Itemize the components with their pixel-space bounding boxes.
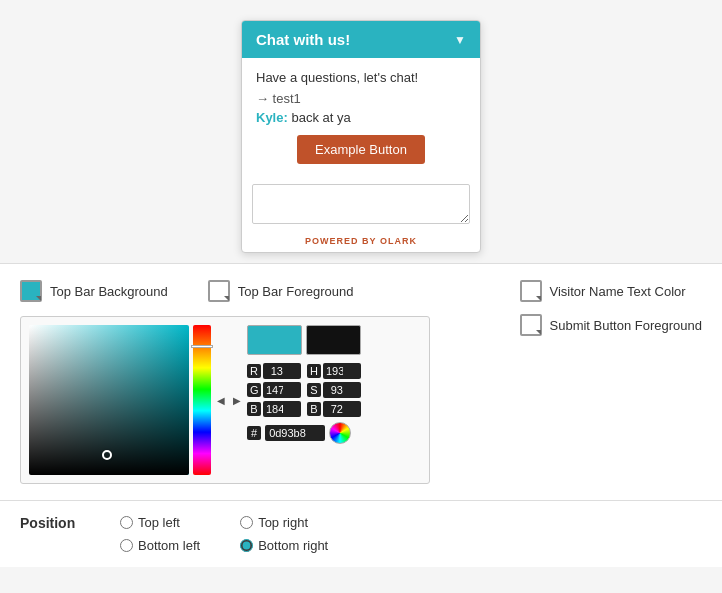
swatch-row-top: Top Bar Background Top Bar Foreground bbox=[20, 280, 460, 302]
top-bar-background-swatch[interactable]: Top Bar Background bbox=[20, 280, 168, 302]
s-label: S bbox=[307, 383, 321, 397]
gradient-bg bbox=[29, 325, 189, 475]
h-input-row: H bbox=[307, 363, 361, 379]
hue-strip[interactable] bbox=[193, 325, 211, 475]
chat-message: Have a questions, let's chat! bbox=[256, 70, 466, 85]
bottom-right-radio[interactable] bbox=[240, 539, 253, 552]
top-left-label: Top left bbox=[138, 515, 180, 530]
swatch-arrow-submit bbox=[536, 330, 541, 335]
b2-input[interactable] bbox=[323, 401, 361, 417]
chat-preview-area: Chat with us! ▼ Have a questions, let's … bbox=[0, 0, 722, 263]
color-wheel-button[interactable] bbox=[329, 422, 351, 444]
color-previews bbox=[247, 325, 361, 355]
right-swatches: Visitor Name Text Color Submit Button Fo… bbox=[520, 280, 702, 336]
visitor-name-label: Visitor Name Text Color bbox=[550, 284, 686, 299]
submit-btn-color-box[interactable] bbox=[520, 314, 542, 336]
r-label: R bbox=[247, 364, 261, 378]
top-left-option[interactable]: Top left bbox=[120, 515, 200, 530]
swatch-arrow-fg bbox=[224, 296, 229, 301]
top-bar-fg-label: Top Bar Foreground bbox=[238, 284, 354, 299]
chat-textarea[interactable] bbox=[252, 184, 470, 224]
chat-body: Have a questions, let's chat! → test1 Ky… bbox=[242, 58, 480, 184]
r-input[interactable] bbox=[263, 363, 301, 379]
chat-widget: Chat with us! ▼ Have a questions, let's … bbox=[241, 20, 481, 253]
swatch-arrow bbox=[36, 296, 41, 301]
b2-input-row: B bbox=[307, 401, 361, 417]
chevron-down-icon: ▼ bbox=[454, 33, 466, 47]
bottom-right-option[interactable]: Bottom right bbox=[240, 538, 328, 553]
color-picker-panel: ◀ ▶ R H bbox=[20, 316, 430, 484]
chat-header: Chat with us! ▼ bbox=[242, 21, 480, 58]
bottom-left-option[interactable]: Bottom left bbox=[120, 538, 200, 553]
h-label: H bbox=[307, 364, 321, 378]
chat-kyle-name: Kyle: bbox=[256, 110, 288, 125]
top-bar-bg-color-box[interactable] bbox=[20, 280, 42, 302]
hash-label: # bbox=[247, 426, 261, 440]
hue-cursor bbox=[191, 345, 213, 348]
visitor-name-swatch[interactable]: Visitor Name Text Color bbox=[520, 280, 702, 302]
b2-label: B bbox=[307, 402, 321, 416]
swatch-arrow-visitor bbox=[536, 296, 541, 301]
submit-btn-swatch[interactable]: Submit Button Foreground bbox=[520, 314, 702, 336]
previous-color-preview bbox=[306, 325, 361, 355]
top-bar-bg-label: Top Bar Background bbox=[50, 284, 168, 299]
g-label: G bbox=[247, 383, 261, 397]
current-color-preview bbox=[247, 325, 302, 355]
hex-input[interactable] bbox=[265, 425, 325, 441]
chat-powered: POWERED BY OLARK bbox=[242, 236, 480, 252]
color-inputs-area: R H G S bbox=[247, 325, 361, 475]
s-input[interactable] bbox=[323, 382, 361, 398]
chat-kyle-line: Kyle: back at ya bbox=[256, 110, 466, 125]
top-bar-fg-color-box[interactable] bbox=[208, 280, 230, 302]
g-input-row: G bbox=[247, 382, 301, 398]
color-section: Top Bar Background Top Bar Foreground bbox=[0, 264, 722, 500]
b-input-row: B bbox=[247, 401, 301, 417]
top-bar-foreground-swatch[interactable]: Top Bar Foreground bbox=[208, 280, 354, 302]
b-label: B bbox=[247, 402, 261, 416]
chat-kyle-message: back at ya bbox=[291, 110, 350, 125]
g-input[interactable] bbox=[263, 382, 301, 398]
position-section: Position Top left Top right Bottom left … bbox=[0, 501, 722, 567]
top-right-option[interactable]: Top right bbox=[240, 515, 328, 530]
bottom-left-radio[interactable] bbox=[120, 539, 133, 552]
position-title: Position bbox=[20, 515, 120, 531]
color-gradient[interactable] bbox=[29, 325, 189, 475]
hex-row: # bbox=[247, 422, 361, 444]
b-input[interactable] bbox=[263, 401, 301, 417]
rgb-hsb-inputs: R H G S bbox=[247, 363, 361, 417]
chat-arrow-line: → test1 bbox=[256, 91, 466, 106]
top-right-radio[interactable] bbox=[240, 516, 253, 529]
s-input-row: S bbox=[307, 382, 361, 398]
chat-title: Chat with us! bbox=[256, 31, 350, 48]
top-right-label: Top right bbox=[258, 515, 308, 530]
bottom-right-label: Bottom right bbox=[258, 538, 328, 553]
r-input-row: R bbox=[247, 363, 301, 379]
h-input[interactable] bbox=[323, 363, 361, 379]
picker-arrow-right[interactable]: ▶ bbox=[231, 325, 243, 475]
top-left-radio[interactable] bbox=[120, 516, 133, 529]
visitor-name-color-box[interactable] bbox=[520, 280, 542, 302]
example-button[interactable]: Example Button bbox=[297, 135, 425, 164]
chat-input-area bbox=[252, 184, 470, 228]
picker-arrow-left[interactable]: ◀ bbox=[215, 325, 227, 475]
bottom-left-label: Bottom left bbox=[138, 538, 200, 553]
submit-btn-label: Submit Button Foreground bbox=[550, 318, 702, 333]
